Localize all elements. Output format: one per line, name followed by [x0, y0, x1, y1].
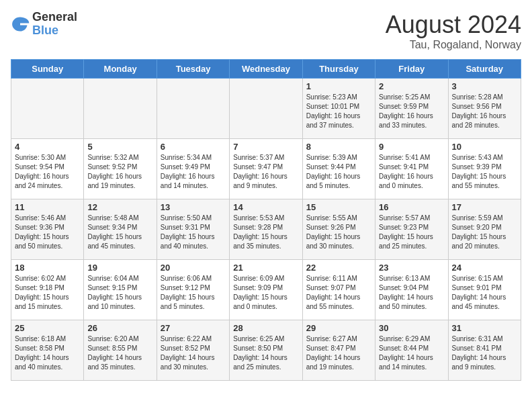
weekday-header-monday: Monday [84, 60, 157, 79]
day-info: Sunrise: 6:06 AM Sunset: 9:12 PM Dayligh… [161, 274, 226, 312]
calendar-table: SundayMondayTuesdayWednesdayThursdayFrid… [11, 59, 521, 381]
day-number: 24 [452, 263, 517, 273]
calendar-cell: 4Sunrise: 5:30 AM Sunset: 9:54 PM Daylig… [11, 139, 84, 199]
weekday-header-friday: Friday [375, 60, 448, 79]
calendar-week-2: 4Sunrise: 5:30 AM Sunset: 9:54 PM Daylig… [11, 139, 521, 199]
weekday-header-wednesday: Wednesday [230, 60, 302, 79]
calendar-cell: 16Sunrise: 5:57 AM Sunset: 9:23 PM Dayli… [375, 199, 448, 260]
calendar-week-4: 18Sunrise: 6:02 AM Sunset: 9:18 PM Dayli… [11, 260, 521, 320]
calendar-cell: 1Sunrise: 5:23 AM Sunset: 10:01 PM Dayli… [302, 79, 375, 139]
day-info: Sunrise: 5:55 AM Sunset: 9:26 PM Dayligh… [306, 214, 371, 251]
logo: General Blue [11, 11, 77, 38]
calendar-cell: 8Sunrise: 5:39 AM Sunset: 9:44 PM Daylig… [302, 139, 375, 199]
calendar-cell: 9Sunrise: 5:41 AM Sunset: 9:41 PM Daylig… [375, 139, 448, 199]
month-year-title: August 2024 [386, 11, 521, 39]
calendar-cell: 13Sunrise: 5:50 AM Sunset: 9:31 PM Dayli… [157, 199, 229, 260]
calendar-cell: 6Sunrise: 5:34 AM Sunset: 9:49 PM Daylig… [157, 139, 229, 199]
calendar-cell: 10Sunrise: 5:43 AM Sunset: 9:39 PM Dayli… [448, 139, 521, 199]
calendar-cell: 31Sunrise: 6:31 AM Sunset: 8:41 PM Dayli… [448, 320, 521, 381]
day-number: 11 [15, 202, 80, 212]
day-number: 15 [306, 202, 371, 212]
day-number: 22 [306, 263, 371, 273]
calendar-cell: 29Sunrise: 6:27 AM Sunset: 8:47 PM Dayli… [302, 320, 375, 381]
calendar-cell [11, 79, 84, 139]
day-info: Sunrise: 5:41 AM Sunset: 9:41 PM Dayligh… [379, 153, 444, 191]
calendar-cell: 30Sunrise: 6:29 AM Sunset: 8:44 PM Dayli… [375, 320, 448, 381]
day-number: 7 [233, 142, 298, 152]
day-number: 1 [306, 81, 371, 91]
day-number: 30 [379, 323, 444, 333]
day-info: Sunrise: 5:34 AM Sunset: 9:49 PM Dayligh… [161, 153, 226, 191]
weekday-header-saturday: Saturday [448, 60, 521, 79]
calendar-cell: 17Sunrise: 5:59 AM Sunset: 9:20 PM Dayli… [448, 199, 521, 260]
day-info: Sunrise: 5:48 AM Sunset: 9:34 PM Dayligh… [87, 214, 152, 251]
day-number: 12 [87, 202, 152, 212]
calendar-cell: 14Sunrise: 5:53 AM Sunset: 9:28 PM Dayli… [230, 199, 302, 260]
calendar-cell [84, 79, 157, 139]
calendar-cell: 27Sunrise: 6:22 AM Sunset: 8:52 PM Dayli… [157, 320, 229, 381]
calendar-week-1: 1Sunrise: 5:23 AM Sunset: 10:01 PM Dayli… [11, 79, 521, 139]
calendar-week-5: 25Sunrise: 6:18 AM Sunset: 8:58 PM Dayli… [11, 320, 521, 381]
day-number: 25 [15, 323, 80, 333]
day-number: 9 [379, 142, 444, 152]
calendar-cell: 7Sunrise: 5:37 AM Sunset: 9:47 PM Daylig… [230, 139, 302, 199]
day-number: 10 [452, 142, 517, 152]
page-header: General Blue August 2024 Tau, Rogaland, … [11, 11, 521, 51]
calendar-cell: 15Sunrise: 5:55 AM Sunset: 9:26 PM Dayli… [302, 199, 375, 260]
day-number: 13 [161, 202, 226, 212]
day-number: 21 [233, 263, 298, 273]
calendar-cell: 25Sunrise: 6:18 AM Sunset: 8:58 PM Dayli… [11, 320, 84, 381]
day-number: 3 [452, 81, 517, 91]
weekday-header-sunday: Sunday [11, 60, 84, 79]
calendar-cell: 20Sunrise: 6:06 AM Sunset: 9:12 PM Dayli… [157, 260, 229, 320]
day-number: 28 [233, 323, 298, 333]
calendar-cell: 5Sunrise: 5:32 AM Sunset: 9:52 PM Daylig… [84, 139, 157, 199]
day-info: Sunrise: 5:57 AM Sunset: 9:23 PM Dayligh… [379, 214, 444, 251]
calendar-cell: 11Sunrise: 5:46 AM Sunset: 9:36 PM Dayli… [11, 199, 84, 260]
day-number: 4 [15, 142, 80, 152]
calendar-body: 1Sunrise: 5:23 AM Sunset: 10:01 PM Dayli… [11, 79, 521, 381]
calendar-cell [157, 79, 229, 139]
day-number: 18 [15, 263, 80, 273]
day-info: Sunrise: 6:27 AM Sunset: 8:47 PM Dayligh… [306, 334, 371, 372]
day-info: Sunrise: 5:53 AM Sunset: 9:28 PM Dayligh… [233, 214, 298, 251]
calendar-cell: 19Sunrise: 6:04 AM Sunset: 9:15 PM Dayli… [84, 260, 157, 320]
day-number: 31 [452, 323, 517, 333]
logo-text: General Blue [32, 11, 77, 38]
day-info: Sunrise: 5:30 AM Sunset: 9:54 PM Dayligh… [15, 153, 80, 191]
day-info: Sunrise: 5:46 AM Sunset: 9:36 PM Dayligh… [15, 214, 80, 251]
calendar-cell: 22Sunrise: 6:11 AM Sunset: 9:07 PM Dayli… [302, 260, 375, 320]
day-number: 2 [379, 81, 444, 91]
day-info: Sunrise: 6:20 AM Sunset: 8:55 PM Dayligh… [87, 334, 152, 372]
day-info: Sunrise: 5:32 AM Sunset: 9:52 PM Dayligh… [87, 153, 152, 191]
day-info: Sunrise: 6:25 AM Sunset: 8:50 PM Dayligh… [233, 334, 298, 372]
day-info: Sunrise: 5:50 AM Sunset: 9:31 PM Dayligh… [161, 214, 226, 251]
logo-icon [11, 15, 30, 34]
calendar-cell: 2Sunrise: 5:25 AM Sunset: 9:59 PM Daylig… [375, 79, 448, 139]
weekday-header-tuesday: Tuesday [157, 60, 229, 79]
day-info: Sunrise: 5:23 AM Sunset: 10:01 PM Daylig… [306, 93, 371, 130]
calendar-cell: 28Sunrise: 6:25 AM Sunset: 8:50 PM Dayli… [230, 320, 302, 381]
weekday-header-row: SundayMondayTuesdayWednesdayThursdayFrid… [11, 60, 521, 79]
calendar-cell: 3Sunrise: 5:28 AM Sunset: 9:56 PM Daylig… [448, 79, 521, 139]
calendar-header: SundayMondayTuesdayWednesdayThursdayFrid… [11, 60, 521, 79]
weekday-header-thursday: Thursday [302, 60, 375, 79]
title-section: August 2024 Tau, Rogaland, Norway [386, 11, 521, 51]
day-number: 8 [306, 142, 371, 152]
calendar-cell: 24Sunrise: 6:15 AM Sunset: 9:01 PM Dayli… [448, 260, 521, 320]
day-number: 5 [87, 142, 152, 152]
day-number: 16 [379, 202, 444, 212]
day-info: Sunrise: 6:04 AM Sunset: 9:15 PM Dayligh… [87, 274, 152, 312]
logo-blue-text: Blue [32, 24, 77, 38]
day-info: Sunrise: 6:13 AM Sunset: 9:04 PM Dayligh… [379, 274, 444, 312]
day-number: 19 [87, 263, 152, 273]
day-number: 27 [161, 323, 226, 333]
calendar-cell: 12Sunrise: 5:48 AM Sunset: 9:34 PM Dayli… [84, 199, 157, 260]
logo-general-text: General [32, 11, 77, 24]
day-info: Sunrise: 6:29 AM Sunset: 8:44 PM Dayligh… [379, 334, 444, 372]
day-info: Sunrise: 6:02 AM Sunset: 9:18 PM Dayligh… [15, 274, 80, 312]
day-info: Sunrise: 6:22 AM Sunset: 8:52 PM Dayligh… [161, 334, 226, 372]
calendar-cell [230, 79, 302, 139]
day-number: 6 [161, 142, 226, 152]
calendar-week-3: 11Sunrise: 5:46 AM Sunset: 9:36 PM Dayli… [11, 199, 521, 260]
